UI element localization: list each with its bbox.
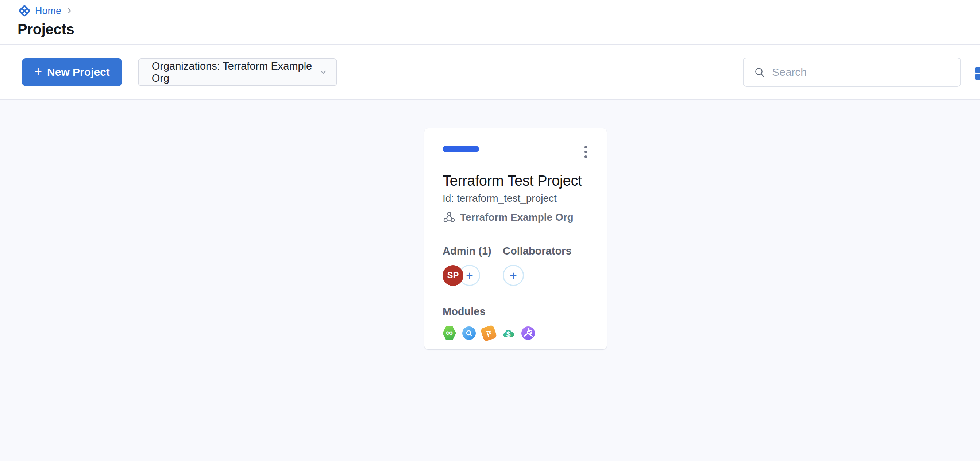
magnifier-glyph	[465, 329, 474, 338]
breadcrumb: Home	[18, 4, 961, 18]
app-logo-icon	[18, 4, 31, 18]
policy-module-icon[interactable]	[521, 326, 535, 340]
project-id: Id: terraform_test_project	[442, 192, 589, 204]
cost-module-icon[interactable]: $	[502, 326, 515, 340]
page-header: Home Projects	[0, 0, 980, 45]
add-collaborator-button[interactable]: +	[503, 265, 524, 286]
collaborators-label: Collaborators	[503, 245, 572, 257]
breadcrumb-home-label: Home	[35, 5, 61, 17]
discovery-module-icon[interactable]	[462, 326, 476, 340]
admin-label: Admin (1)	[442, 245, 503, 257]
search-box	[743, 58, 961, 87]
project-menu-button[interactable]	[583, 145, 589, 159]
search-icon	[754, 67, 765, 78]
modules-label: Modules	[442, 306, 589, 318]
new-project-button[interactable]: + New Project	[22, 58, 122, 86]
flag-glyph	[483, 327, 494, 339]
toolbar: + New Project Organizations: Terraform E…	[0, 45, 980, 100]
plus-icon: +	[34, 65, 42, 78]
chevron-right-icon	[66, 7, 73, 14]
infinity-glyph: ∞	[446, 328, 453, 338]
chevron-down-icon	[319, 67, 328, 77]
admin-avatars: SP +	[442, 264, 503, 286]
admin-avatar[interactable]: SP	[442, 265, 463, 286]
view-toggle-icon[interactable]	[975, 67, 980, 79]
breadcrumb-home-link[interactable]: Home	[18, 4, 61, 18]
project-organization-row: Terraform Example Org	[442, 211, 589, 224]
project-organization-name: Terraform Example Org	[460, 211, 574, 223]
pipelines-module-icon[interactable]: ∞	[442, 326, 456, 340]
module-icons-row: ∞	[442, 326, 589, 340]
search-input[interactable]	[772, 66, 950, 78]
project-title: Terraform Test Project	[442, 173, 589, 189]
project-card: Terraform Test Project Id: terraform_tes…	[424, 129, 607, 350]
organization-icon	[442, 211, 456, 224]
project-color-bar	[442, 146, 479, 152]
dollar-glyph: $	[502, 330, 515, 339]
organizations-filter-value: Organizations: Terraform Example Org	[152, 60, 319, 84]
page-title: Projects	[18, 21, 961, 38]
projects-grid: Terraform Test Project Id: terraform_tes…	[0, 100, 980, 461]
policy-check-glyph	[521, 326, 535, 340]
flags-module-icon[interactable]	[480, 324, 497, 342]
collaborator-avatars: +	[503, 264, 572, 286]
new-project-button-label: New Project	[47, 66, 110, 78]
organizations-filter-dropdown[interactable]: Organizations: Terraform Example Org	[138, 58, 337, 86]
